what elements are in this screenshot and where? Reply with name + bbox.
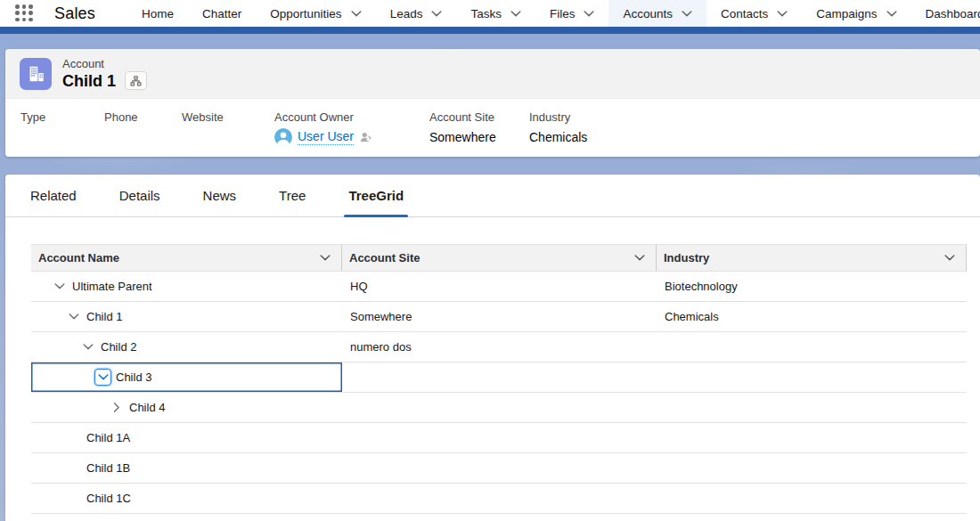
account-site-cell bbox=[342, 484, 657, 513]
hierarchy-icon bbox=[130, 76, 142, 86]
nav-tab-files[interactable]: Files bbox=[535, 0, 609, 27]
account-name-text[interactable]: Child 4 bbox=[129, 401, 165, 414]
account-site-cell bbox=[342, 453, 657, 483]
tab-related[interactable]: Related bbox=[9, 175, 98, 216]
field-account-site: Account SiteSomewhere bbox=[429, 110, 529, 157]
expand-chevron-right-icon[interactable] bbox=[109, 400, 125, 416]
account-name-text[interactable]: Child 1C bbox=[86, 492, 131, 505]
nav-tab-campaigns[interactable]: Campaigns bbox=[802, 0, 911, 27]
account-site-cell bbox=[342, 362, 657, 392]
field-value-text: Somewhere bbox=[429, 130, 496, 144]
account-name-cell[interactable]: Child 1 bbox=[31, 302, 342, 331]
field-phone: Phone bbox=[104, 110, 182, 157]
field-value: Somewhere bbox=[429, 128, 522, 146]
account-name-cell[interactable]: Ultimate Parent bbox=[31, 272, 342, 301]
entity-label: Account bbox=[62, 57, 147, 70]
column-header-industry[interactable]: Industry bbox=[657, 245, 967, 271]
table-row[interactable]: Ultimate ParentHQBiotechnology bbox=[31, 272, 967, 302]
nav-tab-label: Accounts bbox=[623, 7, 673, 20]
account-name-cell[interactable]: Child 1C bbox=[31, 484, 342, 513]
table-row[interactable]: Child 4 bbox=[31, 393, 967, 423]
tab-label: TreeGrid bbox=[348, 188, 404, 203]
account-site-cell: numero dos bbox=[342, 332, 657, 362]
nav-tab-contacts[interactable]: Contacts bbox=[706, 0, 802, 27]
tab-details[interactable]: Details bbox=[98, 175, 182, 216]
view-hierarchy-button[interactable] bbox=[125, 71, 147, 90]
table-row[interactable]: Child 1SomewhereChemicals bbox=[31, 302, 967, 332]
account-name-cell[interactable]: Child 1A bbox=[31, 423, 342, 452]
field-label: Website bbox=[182, 110, 267, 124]
nav-tab-dashboards[interactable]: Dashboards bbox=[911, 0, 980, 27]
table-row[interactable]: Child 1A bbox=[31, 423, 967, 453]
nav-tab-label: Opportunities bbox=[270, 7, 341, 20]
account-name-cell[interactable]: Child 3 bbox=[31, 362, 342, 392]
industry-cell bbox=[657, 332, 967, 362]
field-value-text: Chemicals bbox=[529, 130, 587, 144]
tab-label: News bbox=[203, 188, 237, 203]
account-site-cell: HQ bbox=[342, 272, 657, 301]
industry-cell bbox=[657, 453, 967, 483]
industry-cell-text: Chemicals bbox=[665, 310, 719, 323]
nav-tab-tasks[interactable]: Tasks bbox=[456, 0, 535, 27]
account-name-text[interactable]: Child 2 bbox=[101, 340, 136, 354]
industry-cell-text: Biotechnology bbox=[665, 280, 738, 293]
field-account-owner: Account OwnerUser User bbox=[274, 110, 429, 157]
field-value bbox=[182, 128, 267, 146]
industry-cell: Biotechnology bbox=[657, 272, 967, 301]
table-row[interactable]: Child 1B bbox=[31, 453, 967, 484]
field-label: Account Site bbox=[429, 110, 522, 124]
column-header-label: Industry bbox=[664, 251, 709, 265]
account-site-cell-text: HQ bbox=[350, 280, 368, 293]
account-owner-link[interactable]: User User bbox=[298, 129, 354, 145]
header-accent-bar bbox=[0, 27, 980, 34]
nav-chevron-down-icon bbox=[351, 11, 362, 17]
field-label: Type bbox=[20, 110, 97, 124]
tab-tree[interactable]: Tree bbox=[257, 175, 327, 216]
collapse-chevron-down-icon[interactable] bbox=[80, 339, 96, 355]
column-header-account-site[interactable]: Account Site bbox=[342, 245, 657, 271]
table-row[interactable]: Child 3 bbox=[31, 362, 967, 393]
table-row[interactable]: Child 2numero dos bbox=[31, 332, 967, 362]
nav-tab-label: Contacts bbox=[721, 7, 768, 20]
tab-label: Tree bbox=[279, 188, 306, 203]
tree-grid-header-row: Account NameAccount SiteIndustry bbox=[31, 244, 967, 272]
account-name-text[interactable]: Child 1B bbox=[86, 461, 130, 475]
field-label: Phone bbox=[104, 110, 175, 124]
account-site-cell-text: Somewhere bbox=[350, 310, 412, 323]
tree-grid-body: Ultimate ParentHQBiotechnologyChild 1Som… bbox=[31, 272, 967, 514]
change-owner-icon[interactable] bbox=[359, 131, 372, 143]
collapse-chevron-down-icon[interactable] bbox=[94, 369, 111, 386]
account-site-cell bbox=[342, 393, 657, 422]
user-avatar-icon bbox=[274, 128, 292, 146]
nav-tab-leads[interactable]: Leads bbox=[376, 0, 457, 27]
account-name-cell[interactable]: Child 2 bbox=[31, 332, 342, 362]
account-name-text[interactable]: Child 3 bbox=[116, 370, 151, 384]
industry-cell bbox=[657, 484, 967, 513]
nav-tab-accounts[interactable]: Accounts bbox=[608, 0, 706, 27]
field-value bbox=[104, 128, 175, 146]
collapse-chevron-down-icon[interactable] bbox=[66, 309, 82, 325]
industry-cell bbox=[657, 393, 967, 422]
account-site-cell: Somewhere bbox=[342, 302, 657, 331]
nav-tab-opportunities[interactable]: Opportunities bbox=[256, 0, 375, 27]
collapse-chevron-down-icon[interactable] bbox=[52, 279, 68, 295]
nav-tab-chatter[interactable]: Chatter bbox=[188, 0, 256, 27]
nav-tab-home[interactable]: Home bbox=[127, 0, 188, 27]
account-name-text[interactable]: Ultimate Parent bbox=[72, 280, 152, 293]
account-name-text[interactable]: Child 1 bbox=[86, 310, 122, 323]
column-actions-chevron-icon bbox=[320, 255, 331, 261]
app-name: Sales bbox=[54, 4, 95, 23]
account-name-cell[interactable]: Child 4 bbox=[31, 393, 342, 422]
page-background: Account Child 1 bbox=[0, 27, 980, 521]
column-actions-chevron-icon bbox=[634, 255, 645, 261]
account-name-text[interactable]: Child 1A bbox=[86, 431, 130, 444]
account-name-cell[interactable]: Child 1B bbox=[31, 453, 342, 483]
column-actions-chevron-icon bbox=[944, 255, 955, 261]
column-header-account-name[interactable]: Account Name bbox=[31, 245, 342, 271]
tab-treegrid[interactable]: TreeGrid bbox=[327, 175, 425, 216]
nav-tab-label: Home bbox=[142, 7, 174, 20]
table-row[interactable]: Child 1C bbox=[31, 484, 967, 514]
app-launcher-icon[interactable] bbox=[15, 4, 34, 22]
tree-grid-table: Account NameAccount SiteIndustry Ultimat… bbox=[31, 244, 967, 514]
tab-news[interactable]: News bbox=[182, 175, 258, 216]
